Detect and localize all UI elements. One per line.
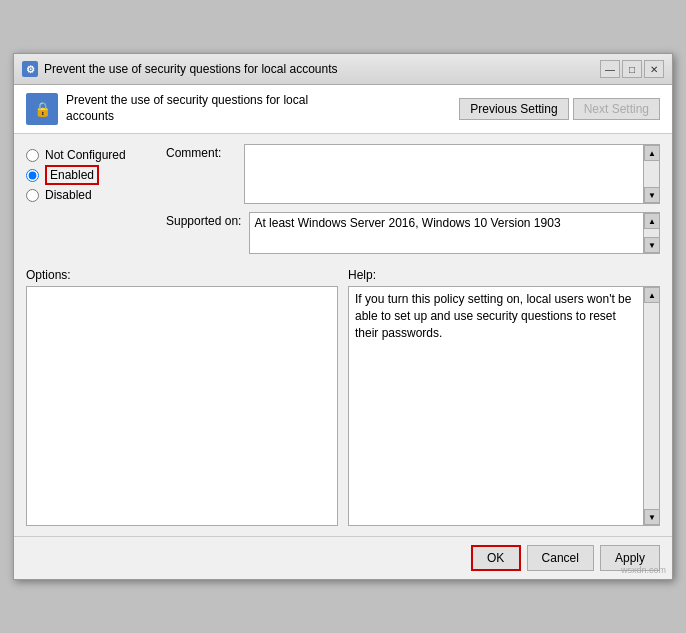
radio-item-disabled: Disabled [26,188,156,202]
help-box: If you turn this policy setting on, loca… [348,286,660,526]
maximize-button[interactable]: □ [622,60,642,78]
supported-scroll-up[interactable]: ▲ [644,213,660,229]
title-text: Prevent the use of security questions fo… [44,62,338,76]
comment-textarea[interactable] [245,145,643,203]
dialog-icon: ⚙ [22,61,38,77]
header-buttons: Previous Setting Next Setting [459,98,660,120]
enabled-box: Enabled [45,165,99,185]
scroll-track [644,161,659,187]
bottom-section: Options: Help: If you turn this policy s… [26,268,660,526]
title-bar: ⚙ Prevent the use of security questions … [14,54,672,85]
supported-label: Supported on: [166,212,241,228]
header-left: 🔒 Prevent the use of security questions … [26,93,326,125]
not-configured-label[interactable]: Not Configured [45,148,126,162]
supported-text: At least Windows Server 2016, Windows 10… [250,213,643,253]
options-box [26,286,338,526]
enabled-radio[interactable] [26,169,39,182]
watermark: wsxdn.com [621,565,666,575]
supported-scroll-down[interactable]: ▼ [644,237,660,253]
title-buttons: — □ ✕ [600,60,664,78]
right-panel: Comment: ▲ ▼ Supported on: At least [166,144,660,262]
content-area: Not Configured Enabled Disabled [14,134,672,536]
options-label: Options: [26,268,338,282]
main-layout: Not Configured Enabled Disabled [26,144,660,262]
previous-setting-button[interactable]: Previous Setting [459,98,568,120]
comment-label: Comment: [166,144,236,160]
supported-row: Supported on: At least Windows Server 20… [166,212,660,254]
radio-item-enabled: Enabled [26,168,156,182]
disabled-label[interactable]: Disabled [45,188,92,202]
disabled-radio[interactable] [26,189,39,202]
comment-scrollbar: ▲ ▼ [643,145,659,203]
minimize-button[interactable]: — [600,60,620,78]
close-button[interactable]: ✕ [644,60,664,78]
header-title: Prevent the use of security questions fo… [66,93,326,124]
options-panel: Options: [26,268,338,526]
radio-group: Not Configured Enabled Disabled [26,148,156,202]
help-scrollbar: ▲ ▼ [643,287,659,525]
help-label: Help: [348,268,660,282]
left-panel: Not Configured Enabled Disabled [26,144,156,262]
help-text: If you turn this policy setting on, loca… [349,287,643,525]
help-scroll-down[interactable]: ▼ [644,509,660,525]
scroll-down-arrow[interactable]: ▼ [644,187,660,203]
comment-row: Comment: ▲ ▼ [166,144,660,204]
scroll-up-arrow[interactable]: ▲ [644,145,660,161]
ok-button[interactable]: OK [471,545,521,571]
help-panel: Help: If you turn this policy setting on… [348,268,660,526]
enabled-label[interactable]: Enabled [45,168,99,182]
comment-textarea-wrapper: ▲ ▼ [244,144,660,204]
footer: OK Cancel Apply wsxdn.com [14,536,672,579]
cancel-button[interactable]: Cancel [527,545,594,571]
header-bar: 🔒 Prevent the use of security questions … [14,85,672,134]
supported-scroll-track [644,229,659,237]
main-dialog: ⚙ Prevent the use of security questions … [13,53,673,580]
supported-wrapper: At least Windows Server 2016, Windows 10… [249,212,660,254]
header-icon: 🔒 [26,93,58,125]
supported-scrollbar: ▲ ▼ [643,213,659,253]
not-configured-radio[interactable] [26,149,39,162]
next-setting-button[interactable]: Next Setting [573,98,660,120]
title-bar-left: ⚙ Prevent the use of security questions … [22,61,338,77]
help-scroll-track [644,303,659,509]
radio-item-not-configured: Not Configured [26,148,156,162]
help-scroll-up[interactable]: ▲ [644,287,660,303]
